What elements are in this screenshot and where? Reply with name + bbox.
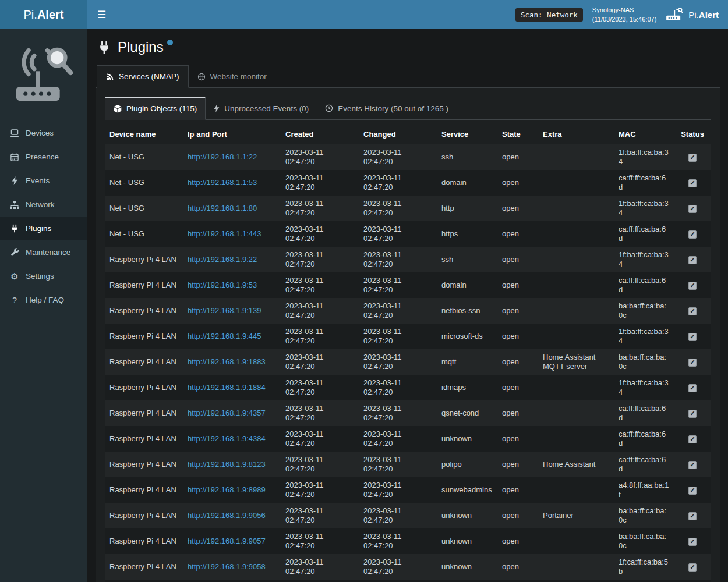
ip-port-cell: http://192.168.1.9:22 (183, 247, 281, 272)
device-name-cell: Raspberry Pi 4 LAN (105, 400, 183, 426)
mac-cell: ba:ba:ff:ca:ba:0c (614, 503, 674, 528)
mac-cell: ca:ff:ff:ca:ba:6d (614, 400, 674, 426)
ip-port-link[interactable]: http://192.168.1.9:8123 (188, 460, 266, 469)
table-header-row: Device name Ip and Port Created Changed … (105, 125, 711, 144)
status-checkbox[interactable]: ✓ (688, 538, 697, 546)
status-checkbox[interactable]: ✓ (688, 563, 697, 572)
status-checkbox[interactable]: ✓ (688, 487, 697, 495)
sidebar-item-label: Devices (26, 129, 54, 137)
ip-port-link[interactable]: http://192.168.1.9:53 (188, 281, 257, 289)
ip-port-cell: http://192.168.1.9:8989 (183, 477, 281, 503)
signal-icon (106, 73, 114, 81)
extra-cell (538, 196, 614, 221)
ip-port-link[interactable]: http://192.168.1.9:4357 (188, 409, 266, 417)
table-row: Net - USG http://192.168.1.1:22 2023-03-… (105, 144, 711, 171)
status-checkbox[interactable]: ✓ (688, 256, 697, 264)
column-header-mac: MAC (614, 125, 674, 144)
status-checkbox[interactable]: ✓ (688, 179, 697, 187)
service-cell: mqtt (437, 349, 497, 375)
ip-port-link[interactable]: http://192.168.1.1:443 (188, 229, 261, 238)
ip-port-link[interactable]: http://192.168.1.1:53 (188, 178, 257, 187)
status-checkbox[interactable]: ✓ (688, 435, 697, 443)
host-timestamp: (11/03/2023, 15:46:07) (592, 15, 657, 24)
check-icon: ✓ (690, 410, 695, 417)
extra-cell (538, 580, 614, 582)
status-checkbox[interactable]: ✓ (688, 205, 697, 213)
service-cell: ssh (437, 247, 497, 272)
changed-cell: 2023-03-11 02:47:20 (359, 272, 437, 298)
app-logo[interactable]: Pi.Alert (0, 0, 87, 29)
sidebar-item-plugins[interactable]: Plugins (0, 217, 87, 240)
status-checkbox[interactable]: ✓ (688, 410, 697, 418)
extra-cell (538, 324, 614, 349)
ip-port-link[interactable]: http://192.168.1.1:22 (188, 152, 257, 161)
extra-cell (538, 528, 614, 554)
ip-port-link[interactable]: http://192.168.1.9:22 (188, 255, 257, 264)
status-checkbox[interactable]: ✓ (688, 512, 697, 520)
ip-port-link[interactable]: http://192.168.1.9:8989 (188, 485, 266, 494)
status-checkbox[interactable]: ✓ (688, 282, 697, 290)
ip-port-link[interactable]: http://192.168.1.9:9058 (188, 562, 266, 571)
column-header-service: Service (437, 125, 497, 144)
column-header-extra: Extra (538, 125, 614, 144)
status-checkbox[interactable]: ✓ (688, 333, 697, 341)
subtab-unprocessed-events[interactable]: Unprocessed Events (0) (206, 97, 317, 120)
subtab-plugin-objects[interactable]: Plugin Objects (115) (105, 97, 206, 120)
service-cell: unknown (437, 554, 497, 580)
extra-cell (538, 400, 614, 426)
tab-services-nmap[interactable]: Services (NMAP) (97, 65, 189, 88)
ip-port-link[interactable]: http://192.168.1.9:4384 (188, 434, 266, 443)
sitemap-icon (9, 201, 20, 209)
ip-port-link[interactable]: http://192.168.1.9:9056 (188, 511, 266, 520)
ip-port-link[interactable]: http://192.168.1.1:80 (188, 204, 257, 212)
question-icon: ? (9, 296, 20, 304)
status-checkbox[interactable]: ✓ (688, 230, 697, 239)
created-cell: 2023-03-11 02:47:20 (281, 272, 359, 298)
service-cell: sunwebadmins (437, 477, 497, 503)
sidebar-item-settings[interactable]: ⚙ Settings (0, 264, 87, 288)
status-cell: ✓ (674, 580, 711, 582)
status-checkbox[interactable]: ✓ (688, 154, 697, 162)
sidebar-item-help[interactable]: ? Help / FAQ (0, 288, 87, 312)
sidebar-item-presence[interactable]: Presence (0, 145, 87, 169)
state-cell: open (497, 503, 538, 528)
help-badge[interactable] (167, 40, 173, 45)
table-row: Raspberry Pi 4 LAN http://192.168.1.9:90… (105, 554, 711, 580)
ip-port-cell: http://192.168.1.9:9056 (183, 503, 281, 528)
sidebar-item-label: Help / FAQ (26, 296, 64, 304)
sidebar-item-maintenance[interactable]: Maintenance (0, 240, 87, 264)
wrench-icon (9, 248, 20, 257)
column-header-status: Status (674, 125, 711, 144)
ip-port-cell: http://192.168.1.9:4357 (183, 400, 281, 426)
plug-icon (98, 41, 111, 56)
status-checkbox[interactable]: ✓ (688, 384, 697, 392)
ip-port-link[interactable]: http://192.168.1.9:1884 (188, 383, 266, 392)
extra-cell (538, 298, 614, 324)
status-checkbox[interactable]: ✓ (688, 461, 697, 469)
sidebar-item-devices[interactable]: Devices (0, 121, 87, 145)
ip-port-link[interactable]: http://192.168.1.9:1883 (188, 357, 266, 366)
sidebar-item-events[interactable]: Events (0, 169, 87, 193)
check-icon: ✓ (690, 385, 695, 391)
subtab-events-history[interactable]: Events History (50 out of 1265 ) (317, 97, 457, 120)
check-icon: ✓ (690, 538, 695, 545)
check-icon: ✓ (690, 180, 695, 186)
check-icon: ✓ (690, 436, 695, 442)
ip-port-link[interactable]: http://192.168.1.9:445 (188, 332, 261, 340)
status-cell: ✓ (674, 349, 711, 375)
tab-website-monitor[interactable]: Website monitor (189, 65, 275, 88)
status-checkbox[interactable]: ✓ (688, 359, 697, 367)
sidebar-item-label: Maintenance (26, 248, 70, 257)
ip-port-link[interactable]: http://192.168.1.9:9057 (188, 537, 266, 545)
status-checkbox[interactable]: ✓ (688, 307, 697, 315)
device-name-cell: Raspberry Pi 4 LAN (105, 580, 183, 582)
ip-port-cell: http://192.168.1.9:53 (183, 272, 281, 298)
ip-port-cell: http://192.168.1.9:9057 (183, 528, 281, 554)
ip-port-link[interactable]: http://192.168.1.9:139 (188, 306, 261, 315)
changed-cell: 2023-03-11 02:47:20 (359, 324, 437, 349)
mac-cell: 1f:ba:ff:ca:ba:34 (614, 196, 674, 221)
extra-cell (538, 477, 614, 503)
sidebar-toggle-button[interactable]: ☰ (87, 0, 116, 29)
sidebar-item-network[interactable]: Network (0, 193, 87, 217)
mac-cell: ba:ba:ff:ca:ba:0c (614, 298, 674, 324)
